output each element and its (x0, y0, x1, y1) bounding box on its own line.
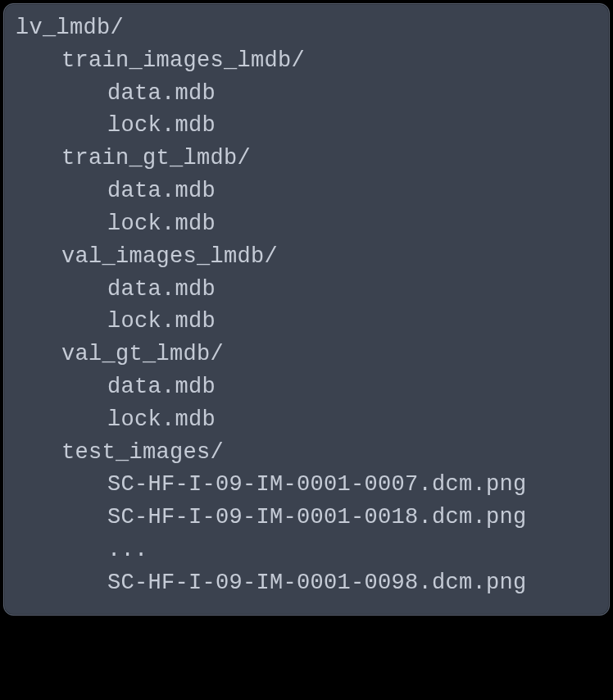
code-block: lv_lmdb/ train_images_lmdb/ data.mdb loc… (3, 3, 610, 616)
tree-root: lv_lmdb/ (16, 12, 596, 45)
tree-folder: val_images_lmdb/ (16, 241, 596, 274)
tree-folder: train_gt_lmdb/ (16, 143, 596, 175)
tree-file: data.mdb (16, 175, 596, 208)
tree-file: data.mdb (16, 78, 596, 111)
tree-file: SC-HF-I-09-IM-0001-0018.dcm.png (16, 502, 596, 534)
tree-file: SC-HF-I-09-IM-0001-0007.dcm.png (16, 469, 596, 502)
tree-file: lock.mdb (16, 404, 596, 437)
tree-file: lock.mdb (16, 306, 596, 339)
tree-folder: train_images_lmdb/ (16, 45, 596, 78)
tree-file: SC-HF-I-09-IM-0001-0098.dcm.png (16, 567, 596, 600)
tree-ellipsis: ... (16, 534, 596, 567)
tree-file: data.mdb (16, 274, 596, 307)
tree-folder: test_images/ (16, 437, 596, 470)
tree-folder: val_gt_lmdb/ (16, 339, 596, 371)
tree-file: lock.mdb (16, 208, 596, 241)
tree-file: lock.mdb (16, 110, 596, 143)
tree-file: data.mdb (16, 371, 596, 404)
